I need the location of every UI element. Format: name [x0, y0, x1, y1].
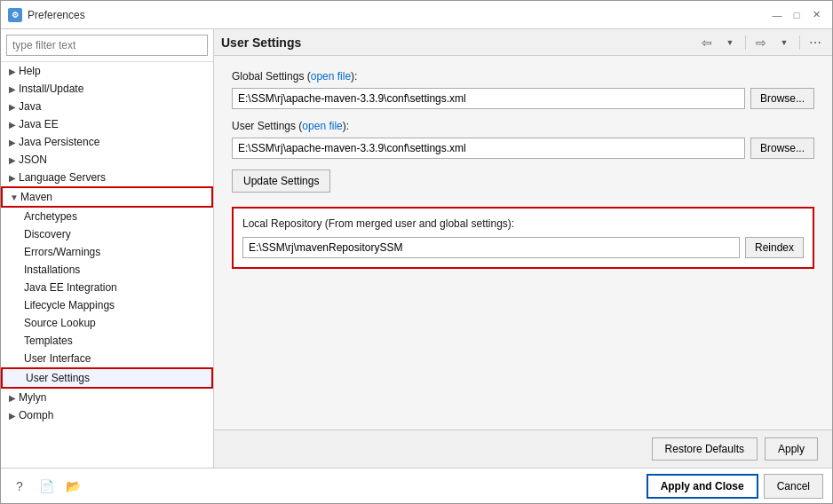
sidebar-item-label: Maven	[20, 191, 52, 203]
sidebar-item-archetypes[interactable]: Archetypes	[1, 208, 213, 225]
global-settings-input[interactable]	[232, 88, 745, 109]
title-bar: ⚙ Preferences — □ ✕	[1, 1, 832, 29]
sidebar-item-label: Help	[19, 65, 41, 77]
user-settings-row: Browse...	[232, 138, 814, 159]
sidebar-item-label: Source Lookup	[24, 317, 96, 329]
import-icon: 📂	[66, 479, 81, 493]
toolbar-icons: ⇦ ▼ ⇨ ▼ ⋯	[697, 33, 825, 52]
sidebar-item-maven[interactable]: ▼ Maven	[1, 186, 213, 208]
back-arrow-icon: ⇦	[702, 35, 712, 50]
tree-area: ▶ Help ▶ Install/Update ▶ Java ▶ Java EE	[1, 62, 213, 468]
arrow-icon: ▶	[6, 393, 19, 403]
settings-content: Global Settings (open file): Browse... U…	[214, 56, 832, 429]
local-repo-input[interactable]	[242, 237, 740, 258]
reindex-row: Reindex	[242, 237, 804, 258]
sidebar-item-errors-warnings[interactable]: Errors/Warnings	[1, 243, 213, 261]
title-controls: — □ ✕	[768, 7, 825, 23]
sidebar-item-label: User Settings	[26, 372, 90, 384]
chevron-down-icon: ▼	[726, 38, 734, 47]
main-content: ▶ Help ▶ Install/Update ▶ Java ▶ Java EE	[1, 29, 832, 468]
arrow-icon: ▶	[6, 67, 19, 76]
sidebar-item-help[interactable]: ▶ Help	[1, 62, 213, 80]
more-icon: ⋯	[809, 35, 821, 50]
arrow-icon: ▶	[6, 84, 19, 94]
export-icon-button[interactable]: 📄	[36, 476, 56, 496]
arrow-icon: ▶	[6, 102, 19, 112]
export-icon: 📄	[39, 479, 54, 493]
arrow-icon: ▼	[8, 193, 20, 202]
sidebar-item-label: User Interface	[24, 352, 91, 365]
sidebar-item-oomph[interactable]: ▶ Oomph	[1, 406, 213, 424]
sidebar-item-label: JSON	[19, 154, 47, 166]
back-button[interactable]: ⇦	[697, 33, 717, 52]
filter-input[interactable]	[6, 35, 208, 56]
import-icon-button[interactable]: 📂	[63, 476, 83, 496]
preferences-window: ⚙ Preferences — □ ✕ ▶ Help ▶	[0, 0, 833, 504]
sidebar-item-installations[interactable]: Installations	[1, 261, 213, 279]
window-icon: ⚙	[8, 8, 22, 22]
close-button[interactable]: ✕	[807, 7, 825, 23]
user-open-file-link[interactable]: open file	[302, 120, 342, 132]
sidebar-item-label: Lifecycle Mappings	[24, 299, 115, 311]
user-settings-label: User Settings (open file):	[232, 120, 814, 132]
reindex-button[interactable]: Reindex	[745, 237, 804, 258]
panel-title: User Settings	[221, 35, 301, 50]
right-panel: User Settings ⇦ ▼ ⇨ ▼	[214, 29, 832, 468]
local-repo-section: Local Repository (From merged user and g…	[232, 207, 814, 269]
sidebar-item-user-interface[interactable]: User Interface	[1, 350, 213, 367]
sidebar-item-lifecycle-mappings[interactable]: Lifecycle Mappings	[1, 296, 213, 314]
sidebar-item-label: Errors/Warnings	[24, 246, 100, 258]
forward-button[interactable]: ⇨	[751, 33, 771, 52]
chevron-down-icon: ▼	[781, 38, 789, 47]
user-settings-input[interactable]	[232, 138, 745, 159]
browse-global-button[interactable]: Browse...	[750, 88, 814, 109]
sidebar-item-java-persistence[interactable]: ▶ Java Persistence	[1, 133, 213, 151]
sidebar-item-label: Oomph	[19, 409, 53, 421]
restore-defaults-button[interactable]: Restore Defaults	[652, 437, 758, 461]
arrow-icon: ▶	[6, 155, 19, 165]
arrow-icon: ▶	[6, 411, 19, 421]
sidebar-item-json[interactable]: ▶ JSON	[1, 151, 213, 169]
sidebar-item-label: Language Servers	[19, 171, 106, 184]
minimize-button[interactable]: —	[768, 7, 786, 23]
dialog-bar: ? 📄 📂 Apply and Close Cancel	[1, 468, 832, 503]
arrow-icon: ▶	[6, 120, 19, 130]
apply-and-close-button[interactable]: Apply and Close	[647, 474, 758, 499]
forward-arrow-icon: ⇨	[756, 35, 766, 50]
sidebar-item-install-update[interactable]: ▶ Install/Update	[1, 80, 213, 98]
filter-box	[1, 29, 213, 62]
title-bar-left: ⚙ Preferences	[8, 8, 85, 22]
sidebar-item-source-lookup[interactable]: Source Lookup	[1, 314, 213, 332]
local-repo-label: Local Repository (From merged user and g…	[242, 217, 804, 230]
sidebar-item-language-servers[interactable]: ▶ Language Servers	[1, 169, 213, 186]
browse-user-button[interactable]: Browse...	[750, 138, 814, 159]
separator	[745, 35, 746, 50]
bottom-buttons: Restore Defaults Apply	[214, 429, 832, 468]
arrow-icon: ▶	[6, 173, 19, 183]
sidebar-item-java[interactable]: ▶ Java	[1, 98, 213, 115]
sidebar-item-label: Java EE Integration	[24, 281, 117, 294]
dropdown-forward-button[interactable]: ▼	[774, 33, 794, 52]
sidebar-item-templates[interactable]: Templates	[1, 332, 213, 350]
sidebar-item-java-ee[interactable]: ▶ Java EE	[1, 115, 213, 133]
sidebar-item-label: Installations	[24, 264, 80, 276]
sidebar-item-java-ee-integration[interactable]: Java EE Integration	[1, 279, 213, 296]
apply-button[interactable]: Apply	[765, 437, 818, 461]
dropdown-back-button[interactable]: ▼	[720, 33, 740, 52]
sidebar: ▶ Help ▶ Install/Update ▶ Java ▶ Java EE	[1, 29, 214, 468]
global-open-file-link[interactable]: open file	[311, 70, 351, 83]
sidebar-item-label: Java	[19, 100, 41, 113]
window-title: Preferences	[28, 9, 85, 21]
separator	[799, 35, 800, 50]
sidebar-item-label: Java EE	[19, 118, 59, 130]
help-icon-button[interactable]: ?	[10, 476, 29, 496]
more-button[interactable]: ⋯	[805, 33, 825, 52]
arrow-icon: ▶	[6, 138, 19, 147]
update-settings-button[interactable]: Update Settings	[232, 169, 330, 193]
cancel-button[interactable]: Cancel	[764, 474, 823, 499]
sidebar-item-discovery[interactable]: Discovery	[1, 225, 213, 243]
sidebar-item-mylyn[interactable]: ▶ Mylyn	[1, 389, 213, 406]
sidebar-item-user-settings[interactable]: User Settings	[1, 367, 213, 389]
sidebar-item-label: Templates	[24, 335, 73, 347]
maximize-button[interactable]: □	[788, 7, 805, 23]
